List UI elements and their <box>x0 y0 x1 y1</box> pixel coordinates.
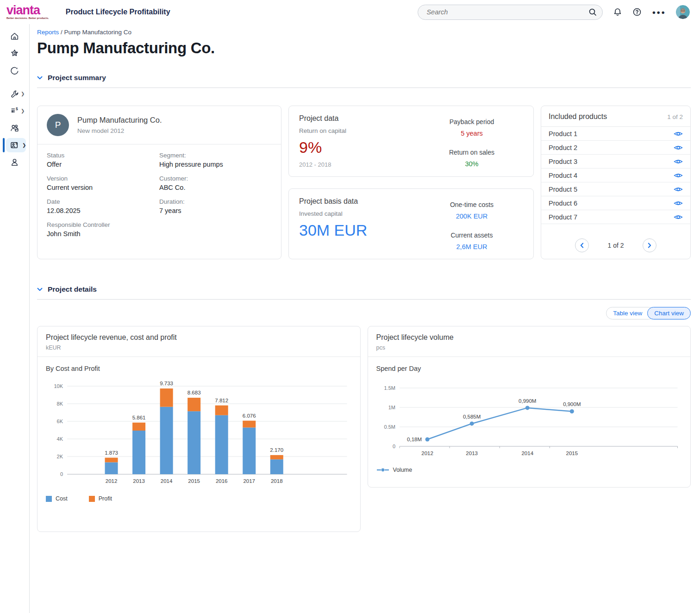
side-metric-label: Return on sales <box>449 149 494 156</box>
eye-icon[interactable] <box>674 214 683 220</box>
svg-text:1.5M: 1.5M <box>384 385 395 391</box>
search-icon[interactable] <box>588 8 597 16</box>
breadcrumb-separator: / <box>59 29 64 36</box>
svg-text:0,585M: 0,585M <box>462 414 480 419</box>
project-field: Responsible Controller John Smith <box>47 221 159 238</box>
field-label: Status <box>47 152 159 159</box>
project-data-card: Project data Return on capital 9% 2012 -… <box>288 106 534 177</box>
svg-text:2013: 2013 <box>133 478 145 484</box>
sidebar-item-history[interactable] <box>0 62 30 79</box>
field-value: 12.08.2025 <box>47 207 159 214</box>
svg-text:$: $ <box>16 106 18 111</box>
product-row[interactable]: Product 2 <box>541 141 690 155</box>
sidebar-item-account[interactable] <box>0 154 30 171</box>
legend-label: Cost <box>56 495 68 502</box>
next-page-button[interactable] <box>643 238 656 252</box>
line-chart: 00.5M1M1.5M0,18M20120,585M20130,990M2014… <box>376 380 682 462</box>
legend-item: Profit <box>89 495 112 502</box>
breadcrumb-reports-link[interactable]: Reports <box>37 29 59 36</box>
legend-item: Volume <box>376 467 412 473</box>
product-name: Product 1 <box>549 130 577 138</box>
included-products-card: Included products 1 of 2 Product 1 <box>541 106 691 259</box>
metric-value: 30M EUR <box>299 221 420 239</box>
card-title: Project basis data <box>299 197 420 206</box>
field-value: High pressure pumps <box>159 161 272 168</box>
product-row[interactable]: Product 3 <box>541 155 690 169</box>
chart-unit: pcs <box>376 344 682 351</box>
chevron-right-icon: ❯ <box>21 91 25 96</box>
eye-icon[interactable] <box>674 200 683 206</box>
product-row[interactable]: Product 1 <box>541 127 690 141</box>
sidebar-item-customers[interactable] <box>0 119 30 137</box>
product-row[interactable]: Product 4 <box>541 169 690 182</box>
home-icon <box>10 31 19 41</box>
sidebar-item-price-list[interactable]: $ ❯ <box>0 102 30 119</box>
field-label: Date <box>47 198 159 205</box>
field-value: Offer <box>47 161 159 168</box>
sidebar-item-tools[interactable]: ❯ <box>0 85 30 102</box>
user-avatar[interactable] <box>676 5 690 19</box>
customers-icon <box>10 123 19 133</box>
notifications-bell-icon[interactable] <box>613 7 622 17</box>
product-name: Product 7 <box>549 213 577 221</box>
chart-title: Project lifecycle volume <box>376 333 682 342</box>
project-details-header[interactable]: Project details <box>37 285 691 300</box>
brand-logo[interactable]: vianta Better decisions. Better products… <box>6 4 49 20</box>
search-bar[interactable] <box>418 5 603 20</box>
sidebar-item-profitability-reports[interactable]: $ ❯ <box>0 137 30 154</box>
chart-view-button[interactable]: Chart view <box>647 307 691 319</box>
breadcrumb-current: Pump Manufactoring Co <box>64 29 132 36</box>
project-name: Pump Manufacturing Co. <box>77 116 162 125</box>
svg-text:0: 0 <box>60 471 63 477</box>
project-field: Duration: 7 years <box>159 198 272 214</box>
brand-logo-text: vianta <box>6 4 49 17</box>
svg-text:6K: 6K <box>57 419 63 424</box>
bar-chart-legend: CostProfit <box>46 495 352 502</box>
favorites-icon <box>10 49 19 58</box>
svg-text:0.5M: 0.5M <box>384 424 395 430</box>
project-field: Status Offer <box>47 152 159 168</box>
side-metric: Payback period 5 years <box>450 118 494 137</box>
prev-page-button[interactable] <box>575 238 589 252</box>
project-summary-header[interactable]: Project summary <box>37 74 691 88</box>
svg-text:2012: 2012 <box>106 478 118 484</box>
svg-text:0,990M: 0,990M <box>519 398 536 404</box>
lifecycle-volume-card: Project lifecycle volume pcs Spend per D… <box>368 326 691 488</box>
svg-text:2015: 2015 <box>188 478 200 484</box>
active-indicator-bar <box>3 138 5 152</box>
metric-label: Invested capital <box>299 210 420 217</box>
svg-text:2015: 2015 <box>566 450 578 456</box>
svg-text:1.873: 1.873 <box>105 450 118 456</box>
section-title-summary: Project summary <box>48 74 106 82</box>
project-avatar: P <box>47 114 69 136</box>
chart-subtitle: By Cost and Profit <box>46 365 352 372</box>
chart-unit: kEUR <box>46 344 352 351</box>
eye-icon[interactable] <box>674 144 683 151</box>
project-field: Customer: ABC Co. <box>159 175 272 191</box>
search-input[interactable] <box>425 8 588 16</box>
product-row[interactable]: Product 5 <box>541 182 690 196</box>
sidebar-item-home[interactable] <box>0 28 30 45</box>
eye-icon[interactable] <box>674 172 683 179</box>
svg-text:2012: 2012 <box>421 450 433 456</box>
product-row[interactable]: Product 6 <box>541 196 690 210</box>
charts-row: Project lifecycle revenue, cost and prof… <box>37 326 691 532</box>
eye-icon[interactable] <box>674 158 683 165</box>
eye-icon[interactable] <box>674 186 683 193</box>
side-metrics: One-time costs 200K EUR Current assets 2… <box>420 197 523 250</box>
svg-text:2017: 2017 <box>243 478 255 484</box>
product-row[interactable]: Product 7 <box>541 210 690 224</box>
help-icon[interactable] <box>632 7 642 17</box>
field-label: Segment: <box>159 152 272 159</box>
more-options-icon[interactable]: ●●● <box>652 9 666 16</box>
line-chart-legend: Volume <box>376 467 682 473</box>
eye-icon[interactable] <box>674 131 683 137</box>
svg-text:0,18M: 0,18M <box>407 437 422 442</box>
svg-text:0: 0 <box>392 444 395 449</box>
side-metric: Return on sales 30% <box>449 149 494 168</box>
chevron-right-icon: ❯ <box>21 108 25 113</box>
brand-tagline: Better decisions. Better products. <box>6 17 49 20</box>
product-name: Product 5 <box>549 186 577 193</box>
sidebar-item-favorites[interactable] <box>0 45 30 62</box>
project-basis-data-card: Project basis data Invested capital 30M … <box>288 188 534 259</box>
